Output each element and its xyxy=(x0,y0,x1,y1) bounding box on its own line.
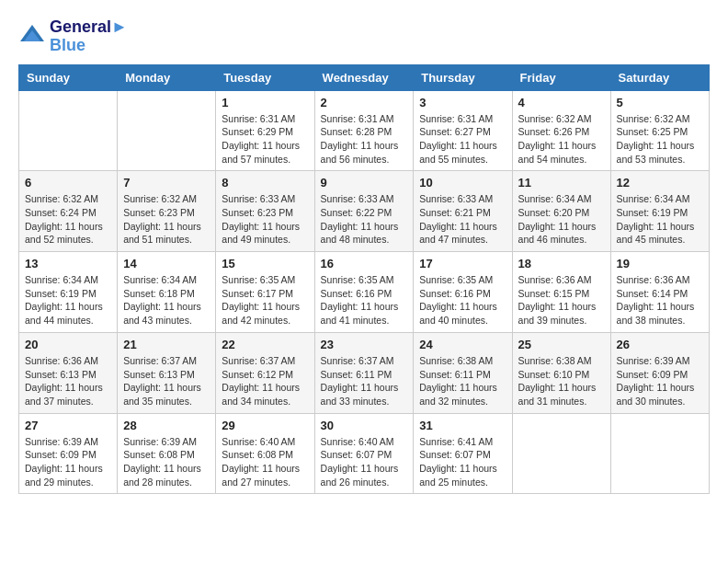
calendar-cell: 12Sunrise: 6:34 AMSunset: 6:19 PMDayligh… xyxy=(610,171,709,252)
day-number: 12 xyxy=(617,176,703,190)
calendar-cell: 4Sunrise: 6:32 AMSunset: 6:26 PMDaylight… xyxy=(512,90,610,171)
day-info: Sunrise: 6:34 AMSunset: 6:19 PMDaylight:… xyxy=(617,192,703,247)
day-number: 26 xyxy=(617,338,703,351)
day-number: 11 xyxy=(518,176,605,190)
day-info: Sunrise: 6:36 AMSunset: 6:14 PMDaylight:… xyxy=(617,273,703,327)
calendar-cell: 17Sunrise: 6:35 AMSunset: 6:16 PMDayligh… xyxy=(414,252,512,333)
day-number: 16 xyxy=(321,257,408,270)
day-number: 23 xyxy=(321,338,408,351)
day-info: Sunrise: 6:37 AMSunset: 6:11 PMDaylight:… xyxy=(321,354,408,408)
day-info: Sunrise: 6:35 AMSunset: 6:16 PMDaylight:… xyxy=(321,273,408,327)
day-info: Sunrise: 6:41 AMSunset: 6:07 PMDaylight:… xyxy=(419,435,506,489)
day-number: 2 xyxy=(321,96,408,109)
day-number: 4 xyxy=(518,96,605,109)
day-info: Sunrise: 6:31 AMSunset: 6:27 PMDaylight:… xyxy=(419,112,506,167)
calendar-cell xyxy=(19,90,118,171)
day-info: Sunrise: 6:40 AMSunset: 6:08 PMDaylight:… xyxy=(222,435,308,489)
calendar-cell: 10Sunrise: 6:33 AMSunset: 6:21 PMDayligh… xyxy=(414,171,512,252)
calendar-cell: 8Sunrise: 6:33 AMSunset: 6:23 PMDaylight… xyxy=(216,171,314,252)
calendar-cell: 5Sunrise: 6:32 AMSunset: 6:25 PMDaylight… xyxy=(610,90,709,171)
calendar-cell: 28Sunrise: 6:39 AMSunset: 6:08 PMDayligh… xyxy=(118,413,216,494)
day-number: 14 xyxy=(123,257,210,270)
day-number: 13 xyxy=(25,257,111,270)
day-number: 21 xyxy=(123,338,210,351)
calendar-cell: 23Sunrise: 6:37 AMSunset: 6:11 PMDayligh… xyxy=(314,332,414,413)
calendar-cell xyxy=(118,90,216,171)
day-number: 24 xyxy=(419,338,506,351)
calendar-cell: 20Sunrise: 6:36 AMSunset: 6:13 PMDayligh… xyxy=(19,332,118,413)
calendar-cell xyxy=(610,413,709,494)
day-info: Sunrise: 6:37 AMSunset: 6:13 PMDaylight:… xyxy=(123,354,210,408)
calendar-cell: 19Sunrise: 6:36 AMSunset: 6:14 PMDayligh… xyxy=(610,252,709,333)
weekday-header: Tuesday xyxy=(216,64,314,90)
day-number: 3 xyxy=(419,96,506,109)
day-number: 27 xyxy=(25,419,111,432)
calendar-cell: 21Sunrise: 6:37 AMSunset: 6:13 PMDayligh… xyxy=(118,332,216,413)
calendar-cell: 29Sunrise: 6:40 AMSunset: 6:08 PMDayligh… xyxy=(216,413,314,494)
day-number: 17 xyxy=(419,257,506,270)
day-info: Sunrise: 6:33 AMSunset: 6:22 PMDaylight:… xyxy=(321,192,408,247)
day-number: 1 xyxy=(222,96,308,109)
calendar-cell: 7Sunrise: 6:32 AMSunset: 6:23 PMDaylight… xyxy=(118,171,216,252)
calendar-cell xyxy=(512,413,610,494)
day-info: Sunrise: 6:38 AMSunset: 6:11 PMDaylight:… xyxy=(419,354,506,408)
day-info: Sunrise: 6:32 AMSunset: 6:23 PMDaylight:… xyxy=(123,192,210,247)
calendar-cell: 14Sunrise: 6:34 AMSunset: 6:18 PMDayligh… xyxy=(118,252,216,333)
weekday-header: Saturday xyxy=(610,64,709,90)
calendar-cell: 31Sunrise: 6:41 AMSunset: 6:07 PMDayligh… xyxy=(414,413,512,494)
calendar-cell: 24Sunrise: 6:38 AMSunset: 6:11 PMDayligh… xyxy=(414,332,512,413)
day-number: 31 xyxy=(419,419,506,432)
weekday-header: Sunday xyxy=(19,64,118,90)
day-number: 20 xyxy=(25,338,111,351)
day-info: Sunrise: 6:32 AMSunset: 6:25 PMDaylight:… xyxy=(617,112,703,167)
day-number: 18 xyxy=(518,257,605,270)
day-info: Sunrise: 6:32 AMSunset: 6:24 PMDaylight:… xyxy=(25,192,111,247)
logo: General► Blue xyxy=(18,18,128,55)
weekday-header: Wednesday xyxy=(314,64,414,90)
day-number: 30 xyxy=(321,419,408,432)
day-info: Sunrise: 6:32 AMSunset: 6:26 PMDaylight:… xyxy=(518,112,605,167)
day-info: Sunrise: 6:34 AMSunset: 6:20 PMDaylight:… xyxy=(518,192,605,247)
day-info: Sunrise: 6:34 AMSunset: 6:18 PMDaylight:… xyxy=(123,273,210,327)
day-number: 25 xyxy=(518,338,605,351)
calendar-cell: 18Sunrise: 6:36 AMSunset: 6:15 PMDayligh… xyxy=(512,252,610,333)
day-number: 6 xyxy=(25,176,111,190)
day-number: 29 xyxy=(222,419,308,432)
logo-text: General► Blue xyxy=(50,18,128,55)
day-number: 22 xyxy=(222,338,308,351)
calendar-cell: 3Sunrise: 6:31 AMSunset: 6:27 PMDaylight… xyxy=(414,90,512,171)
day-info: Sunrise: 6:36 AMSunset: 6:13 PMDaylight:… xyxy=(25,354,111,408)
day-number: 7 xyxy=(123,176,210,190)
calendar-cell: 11Sunrise: 6:34 AMSunset: 6:20 PMDayligh… xyxy=(512,171,610,252)
calendar-cell: 6Sunrise: 6:32 AMSunset: 6:24 PMDaylight… xyxy=(19,171,118,252)
day-info: Sunrise: 6:33 AMSunset: 6:21 PMDaylight:… xyxy=(419,192,506,247)
calendar-cell: 9Sunrise: 6:33 AMSunset: 6:22 PMDaylight… xyxy=(314,171,414,252)
day-info: Sunrise: 6:36 AMSunset: 6:15 PMDaylight:… xyxy=(518,273,605,327)
day-info: Sunrise: 6:35 AMSunset: 6:16 PMDaylight:… xyxy=(419,273,506,327)
weekday-header: Thursday xyxy=(414,64,512,90)
calendar-cell: 30Sunrise: 6:40 AMSunset: 6:07 PMDayligh… xyxy=(314,413,414,494)
day-number: 19 xyxy=(617,257,703,270)
day-info: Sunrise: 6:35 AMSunset: 6:17 PMDaylight:… xyxy=(222,273,308,327)
calendar-cell: 1Sunrise: 6:31 AMSunset: 6:29 PMDaylight… xyxy=(216,90,314,171)
day-info: Sunrise: 6:40 AMSunset: 6:07 PMDaylight:… xyxy=(321,435,408,489)
day-info: Sunrise: 6:34 AMSunset: 6:19 PMDaylight:… xyxy=(25,273,111,327)
day-info: Sunrise: 6:31 AMSunset: 6:28 PMDaylight:… xyxy=(321,112,408,167)
calendar-cell: 16Sunrise: 6:35 AMSunset: 6:16 PMDayligh… xyxy=(314,252,414,333)
day-number: 15 xyxy=(222,257,308,270)
calendar-table: SundayMondayTuesdayWednesdayThursdayFrid… xyxy=(18,64,710,495)
logo-icon xyxy=(18,23,46,51)
weekday-header: Monday xyxy=(118,64,216,90)
day-info: Sunrise: 6:39 AMSunset: 6:09 PMDaylight:… xyxy=(617,354,703,408)
day-number: 10 xyxy=(419,176,506,190)
day-info: Sunrise: 6:38 AMSunset: 6:10 PMDaylight:… xyxy=(518,354,605,408)
calendar-cell: 13Sunrise: 6:34 AMSunset: 6:19 PMDayligh… xyxy=(19,252,118,333)
day-number: 28 xyxy=(123,419,210,432)
weekday-header: Friday xyxy=(512,64,610,90)
day-info: Sunrise: 6:39 AMSunset: 6:08 PMDaylight:… xyxy=(123,435,210,489)
calendar-cell: 2Sunrise: 6:31 AMSunset: 6:28 PMDaylight… xyxy=(314,90,414,171)
calendar-cell: 22Sunrise: 6:37 AMSunset: 6:12 PMDayligh… xyxy=(216,332,314,413)
calendar-cell: 27Sunrise: 6:39 AMSunset: 6:09 PMDayligh… xyxy=(19,413,118,494)
day-info: Sunrise: 6:37 AMSunset: 6:12 PMDaylight:… xyxy=(222,354,308,408)
day-number: 5 xyxy=(617,96,703,109)
